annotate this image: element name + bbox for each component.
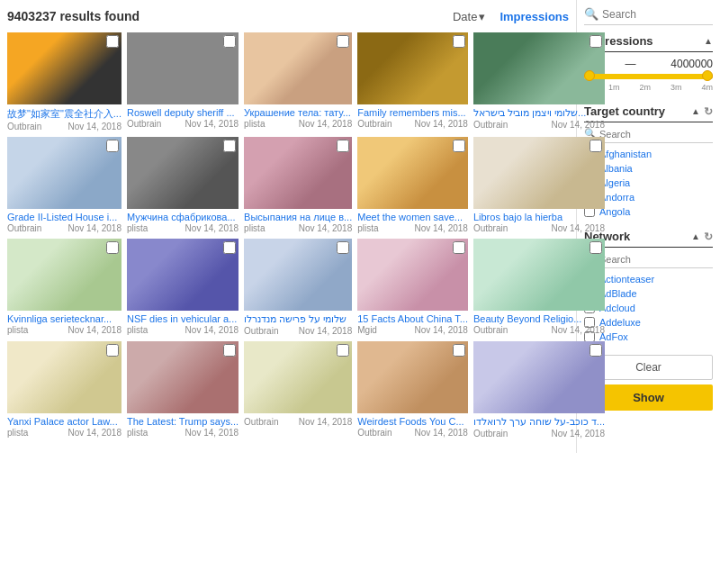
card-item[interactable]: Roswell deputy sheriff ... Outbrain Nov … bbox=[127, 32, 238, 131]
target-country-refresh-icon[interactable]: ↻ bbox=[704, 105, 713, 118]
card-checkbox[interactable] bbox=[106, 344, 119, 357]
card-source: plista bbox=[7, 428, 28, 438]
card-checkbox[interactable] bbox=[337, 344, 349, 357]
results-count: 9403237 results found bbox=[7, 9, 453, 23]
card-title: Weirdest Foods You C... bbox=[357, 416, 468, 427]
card-item[interactable]: שלומי ויצמן מוביל בישראל... Outbrain Nov… bbox=[473, 32, 605, 131]
card-item[interactable]: Libros bajo la hierba Outbrain Nov 14, 2… bbox=[473, 137, 605, 233]
card-checkbox[interactable] bbox=[590, 140, 602, 152]
card-item[interactable]: ד כוכב-על שוחה ערך לרואלדו... Outbrain N… bbox=[473, 341, 605, 439]
card-source: plista bbox=[244, 223, 265, 233]
card-meta: Outbrain Nov 14, 2018 bbox=[357, 428, 468, 438]
card-item[interactable]: Yanxi Palace actor Law... plista Nov 14,… bbox=[7, 341, 122, 439]
card-checkbox[interactable] bbox=[590, 344, 602, 357]
search-input[interactable] bbox=[602, 8, 713, 21]
search-icon: 🔍 bbox=[584, 7, 598, 21]
card-item[interactable]: The Latest: Trump says... plista Nov 14,… bbox=[127, 341, 238, 439]
country-label: Afghanistan bbox=[599, 149, 652, 159]
card-checkbox[interactable] bbox=[453, 241, 465, 254]
card-meta: plista Nov 14, 2018 bbox=[244, 119, 352, 129]
card-checkbox[interactable] bbox=[223, 241, 236, 254]
card-item[interactable]: Kvinnliga serietecknar... plista Nov 14,… bbox=[7, 239, 122, 336]
card-item[interactable]: Family remembers mis... Outbrain Nov 14,… bbox=[357, 32, 468, 131]
card-checkbox[interactable] bbox=[337, 140, 349, 152]
card-image bbox=[7, 32, 122, 104]
card-date: Nov 14, 2018 bbox=[68, 122, 122, 131]
card-item[interactable]: NSF dies in vehicular a... plista Nov 14… bbox=[127, 239, 238, 336]
card-item[interactable]: 故梦"如家室"震全社介入... Outbrain Nov 14, 2018 bbox=[7, 32, 122, 131]
card-image bbox=[473, 32, 605, 104]
card-source: Outbrain bbox=[473, 325, 508, 335]
card-checkbox[interactable] bbox=[590, 35, 602, 48]
card-checkbox[interactable] bbox=[106, 35, 119, 48]
card-date: Nov 14, 2018 bbox=[68, 223, 122, 233]
card-checkbox[interactable] bbox=[453, 140, 465, 152]
card-title: Мужчина сфабрикова... bbox=[127, 212, 238, 222]
slider-thumb-right[interactable] bbox=[702, 70, 713, 81]
card-title: Grade II-Listed House i... bbox=[7, 212, 122, 222]
card-checkbox[interactable] bbox=[453, 344, 465, 357]
card-image bbox=[7, 341, 122, 413]
network-search-input[interactable] bbox=[599, 254, 713, 265]
card-date: Nov 14, 2018 bbox=[299, 119, 353, 129]
slider-track[interactable] bbox=[584, 74, 713, 79]
card-meta: plista Nov 14, 2018 bbox=[7, 325, 122, 335]
network-label: AdBlade bbox=[599, 288, 637, 299]
card-date: Nov 14, 2018 bbox=[552, 325, 606, 335]
card-item[interactable]: שלומי על פרישה מנדנרלו Outbrain Nov 14, … bbox=[244, 239, 352, 336]
content-area: 9403237 results found Date ▾ Impressions… bbox=[0, 0, 576, 453]
card-checkbox[interactable] bbox=[223, 344, 236, 357]
card-title: ד כוכב-על שוחה ערך לרואלדו... bbox=[473, 416, 605, 428]
card-source: plista bbox=[127, 325, 148, 335]
card-checkbox[interactable] bbox=[337, 35, 349, 48]
card-checkbox[interactable] bbox=[590, 241, 602, 254]
card-item[interactable]: Высыпания на лице в... plista Nov 14, 20… bbox=[244, 137, 352, 233]
card-source: plista bbox=[127, 428, 148, 438]
card-item[interactable]: Beauty Beyond Religio... Outbrain Nov 14… bbox=[473, 239, 605, 336]
network-label: Actionteaser bbox=[599, 274, 654, 285]
card-item[interactable]: 15 Facts About China T... Mgid Nov 14, 2… bbox=[357, 239, 468, 336]
sort-date-button[interactable]: Date ▾ bbox=[453, 10, 485, 23]
card-checkbox[interactable] bbox=[453, 35, 465, 48]
country-search-input[interactable] bbox=[599, 129, 713, 140]
card-checkbox[interactable] bbox=[106, 241, 119, 254]
slider-thumb-left[interactable] bbox=[584, 70, 595, 81]
network-refresh-icon[interactable]: ↻ bbox=[704, 231, 713, 243]
card-checkbox[interactable] bbox=[223, 140, 236, 152]
card-item[interactable]: Weirdest Foods You C... Outbrain Nov 14,… bbox=[357, 341, 468, 439]
card-image bbox=[127, 239, 238, 311]
card-checkbox[interactable] bbox=[223, 35, 236, 48]
card-source: plista bbox=[244, 119, 265, 129]
card-meta: Outbrain Nov 14, 2018 bbox=[7, 223, 122, 233]
card-meta: Outbrain Nov 14, 2018 bbox=[7, 122, 122, 131]
slider-max-value: 4000000 bbox=[670, 58, 713, 70]
card-item[interactable]: Grade II-Listed House i... Outbrain Nov … bbox=[7, 137, 122, 233]
card-image bbox=[7, 239, 122, 311]
card-source: Outbrain bbox=[473, 120, 508, 130]
card-item[interactable]: Мужчина сфабрикова... plista Nov 14, 201… bbox=[127, 137, 238, 233]
card-meta: Outbrain Nov 14, 2018 bbox=[473, 120, 605, 130]
card-title: 故梦"如家室"震全社介入... bbox=[7, 107, 122, 121]
sort-date-arrow-icon: ▾ bbox=[479, 10, 485, 23]
sort-impressions-button[interactable]: Impressions bbox=[500, 10, 569, 23]
search-bar: 🔍 bbox=[584, 7, 713, 25]
card-source: Outbrain bbox=[357, 119, 392, 129]
card-date: Nov 14, 2018 bbox=[552, 223, 606, 233]
card-image bbox=[127, 137, 238, 209]
card-checkbox[interactable] bbox=[106, 140, 119, 152]
card-source: Outbrain bbox=[7, 223, 41, 233]
card-meta: plista Nov 14, 2018 bbox=[357, 223, 468, 233]
slider-fill bbox=[584, 74, 713, 79]
card-title: Высыпания на лице в... bbox=[244, 212, 352, 222]
card-item[interactable]: Outbrain Nov 14, 2018 bbox=[244, 341, 352, 439]
card-meta: Outbrain Nov 14, 2018 bbox=[473, 429, 605, 439]
card-date: Nov 14, 2018 bbox=[299, 326, 353, 336]
card-source: Outbrain bbox=[7, 122, 41, 131]
card-date: Nov 14, 2018 bbox=[414, 325, 468, 335]
card-source: Outbrain bbox=[127, 119, 161, 129]
card-checkbox[interactable] bbox=[337, 241, 349, 254]
card-date: Nov 14, 2018 bbox=[68, 325, 122, 335]
card-item[interactable]: Украшение тела: тату... plista Nov 14, 2… bbox=[244, 32, 352, 131]
card-item[interactable]: Meet the women save... plista Nov 14, 20… bbox=[357, 137, 468, 233]
network-label: Addeluxe bbox=[599, 317, 641, 328]
